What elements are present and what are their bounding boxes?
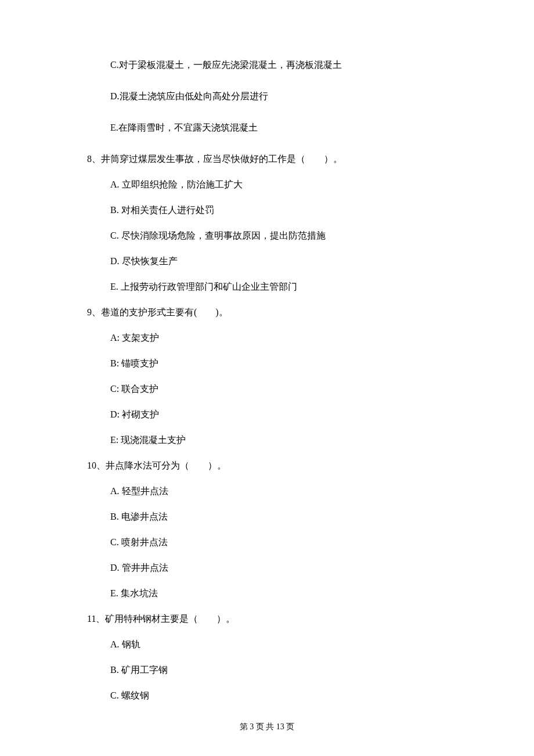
question-stem: 11、矿用特种钢材主要是（ ）。 <box>87 612 447 626</box>
option-a: A. 钢轨 <box>110 638 447 651</box>
question-8: 8、井筒穿过煤层发生事故，应当尽快做好的工作是（ ）。 A. 立即组织抢险，防治… <box>87 152 447 294</box>
question-9: 9、巷道的支护形式主要有( )。 A: 支架支护 B: 锚喷支护 C: 联合支护… <box>87 305 447 447</box>
question-11: 11、矿用特种钢材主要是（ ）。 A. 钢轨 B. 矿用工字钢 C. 螺纹钢 <box>87 612 447 703</box>
question-stem: 8、井筒穿过煤层发生事故，应当尽快做好的工作是（ ）。 <box>87 152 447 166</box>
option-d: D: 衬砌支护 <box>110 408 447 422</box>
option-d: D. 管井井点法 <box>110 561 447 575</box>
option-c: C: 联合支护 <box>110 382 447 396</box>
option-e: E: 现浇混凝土支护 <box>110 433 447 447</box>
option-c: C. 螺纹钢 <box>110 689 447 703</box>
question-10: 10、井点降水法可分为（ ）。 A. 轻型井点法 B. 电渗井点法 C. 喷射井… <box>87 459 447 600</box>
option-d: D.混凝土浇筑应由低处向高处分层进行 <box>110 89 447 103</box>
continued-options-block: C.对于梁板混凝土，一般应先浇梁混凝土，再浇板混凝土 D.混凝土浇筑应由低处向高… <box>87 58 447 135</box>
option-b: B. 矿用工字钢 <box>110 663 447 677</box>
option-b: B: 锚喷支护 <box>110 357 447 370</box>
option-a: A. 立即组织抢险，防治施工扩大 <box>110 178 447 192</box>
option-c: C. 喷射井点法 <box>110 535 447 549</box>
option-e: E.在降雨雪时，不宜露天浇筑混凝土 <box>110 121 447 135</box>
option-a: A: 支架支护 <box>110 331 447 345</box>
option-b: B. 对相关责任人进行处罚 <box>110 203 447 217</box>
option-b: B. 电渗井点法 <box>110 510 447 524</box>
option-c: C.对于梁板混凝土，一般应先浇梁混凝土，再浇板混凝土 <box>110 58 447 72</box>
option-e: E. 上报劳动行政管理部门和矿山企业主管部门 <box>110 280 447 294</box>
page-footer: 第 3 页 共 13 页 <box>0 721 534 733</box>
option-e: E. 集水坑法 <box>110 586 447 600</box>
option-a: A. 轻型井点法 <box>110 484 447 498</box>
option-c: C. 尽快消除现场危险，查明事故原因，提出防范措施 <box>110 229 447 243</box>
page-content: C.对于梁板混凝土，一般应先浇梁混凝土，再浇板混凝土 D.混凝土浇筑应由低处向高… <box>0 0 534 737</box>
option-d: D. 尽快恢复生产 <box>110 254 447 268</box>
question-stem: 9、巷道的支护形式主要有( )。 <box>87 305 447 319</box>
question-stem: 10、井点降水法可分为（ ）。 <box>87 459 447 473</box>
